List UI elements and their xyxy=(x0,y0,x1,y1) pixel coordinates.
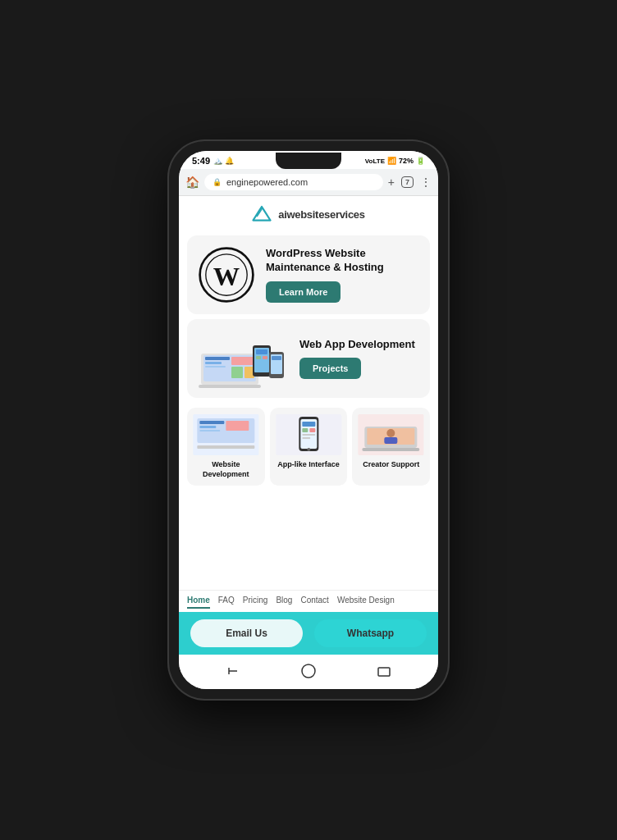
home-button[interactable]: 🏠 xyxy=(185,176,199,189)
volte-icon: VoLTE xyxy=(365,158,385,165)
wordpress-card: W WordPress Website Maintenance & Hostin… xyxy=(187,235,430,314)
svg-rect-33 xyxy=(302,428,308,432)
signal-icon: 📶 xyxy=(387,157,396,165)
svg-point-41 xyxy=(387,429,395,437)
whatsapp-button[interactable]: Whatsapp xyxy=(314,619,427,647)
svg-rect-34 xyxy=(309,428,315,432)
svg-rect-11 xyxy=(231,367,243,378)
svg-rect-13 xyxy=(199,385,261,388)
website-dev-image xyxy=(192,414,260,455)
browser-actions: + 7 ⋮ xyxy=(388,176,432,189)
webapp-title: Web App Development xyxy=(299,338,415,352)
svg-point-37 xyxy=(307,448,310,451)
logo-text: aiwebsiteservices xyxy=(278,208,364,221)
webapp-card-row: Web App Development Projects xyxy=(197,329,420,388)
battery-visual: 🔋 xyxy=(416,157,425,165)
svg-marker-0 xyxy=(254,207,271,221)
phone-frame: 5:49 🏔️ 🔔 VoLTE 📶 72% 🔋 🏠 🔒 enginepowere… xyxy=(169,141,448,699)
status-icons-left: 🏔️ 🔔 xyxy=(213,157,234,165)
svg-rect-48 xyxy=(378,668,390,676)
tab-count[interactable]: 7 xyxy=(401,176,414,188)
nav-faq[interactable]: FAQ xyxy=(218,596,235,609)
webapp-illustration xyxy=(197,329,291,388)
menu-icon[interactable]: ⋮ xyxy=(420,176,432,189)
wordpress-card-text: WordPress Website Maintenance & Hosting … xyxy=(266,247,420,303)
website-dev-title: Website Development xyxy=(192,460,260,479)
svg-rect-28 xyxy=(197,445,254,449)
phone-home-button[interactable] xyxy=(299,661,318,681)
address-bar[interactable]: 🔒 enginepowered.com xyxy=(204,174,383,190)
browser-chrome: 🏠 🔒 enginepowered.com + 7 ⋮ xyxy=(179,169,438,196)
svg-rect-10 xyxy=(231,357,254,365)
creator-support-title: Creator Support xyxy=(357,460,425,470)
svg-rect-7 xyxy=(205,357,230,360)
svg-rect-21 xyxy=(272,356,281,360)
battery-icon: 72% xyxy=(399,157,414,165)
nav-contact[interactable]: Contact xyxy=(300,596,328,609)
logo-icon xyxy=(252,204,272,224)
app-interface-title: App-like Interface xyxy=(275,460,343,470)
nav-pricing[interactable]: Pricing xyxy=(243,596,268,609)
learn-more-button[interactable]: Learn More xyxy=(266,281,340,303)
svg-rect-27 xyxy=(226,421,249,431)
status-left: 5:49 🏔️ 🔔 xyxy=(192,156,234,166)
app-interface-image xyxy=(275,414,343,455)
phone-notch xyxy=(276,153,341,169)
webapp-card: Web App Development Projects xyxy=(187,319,430,398)
svg-rect-43 xyxy=(363,448,420,451)
new-tab-icon[interactable]: + xyxy=(388,176,395,189)
svg-rect-18 xyxy=(263,356,267,359)
page-content: aiwebsiteservices W WordPress Website Ma… xyxy=(179,196,438,590)
svg-rect-9 xyxy=(205,366,226,368)
svg-rect-17 xyxy=(256,356,261,359)
svg-rect-8 xyxy=(205,362,222,364)
wordpress-card-row: W WordPress Website Maintenance & Hostin… xyxy=(197,245,420,304)
email-button[interactable]: Email Us xyxy=(190,619,303,647)
url-text: enginepowered.com xyxy=(226,177,308,187)
svg-rect-42 xyxy=(385,437,398,444)
nav-website-design[interactable]: Website Design xyxy=(337,596,395,609)
nav-bar: Home FAQ Pricing Blog Contact Website De… xyxy=(179,590,438,612)
website-dev-card: Website Development xyxy=(187,408,265,486)
lock-icon: 🔒 xyxy=(213,178,222,186)
phone-nav-bar xyxy=(179,655,438,689)
svg-text:W: W xyxy=(213,262,240,291)
status-icons-right: VoLTE 📶 72% 🔋 xyxy=(365,157,425,165)
logo-area: aiwebsiteservices xyxy=(179,196,438,231)
svg-rect-36 xyxy=(302,437,310,439)
status-time: 5:49 xyxy=(192,156,210,166)
nav-home[interactable]: Home xyxy=(187,596,210,609)
nav-blog[interactable]: Blog xyxy=(276,596,292,609)
svg-rect-16 xyxy=(256,349,267,354)
phone-back-button[interactable] xyxy=(223,661,243,681)
bottom-action-bar: Email Us Whatsapp xyxy=(179,612,438,655)
wordpress-title: WordPress Website Maintenance & Hosting xyxy=(266,247,420,275)
projects-button[interactable]: Projects xyxy=(299,358,361,379)
svg-rect-35 xyxy=(302,434,315,436)
svg-point-47 xyxy=(302,664,315,678)
svg-rect-25 xyxy=(199,426,216,428)
creator-support-image xyxy=(357,414,425,455)
svg-rect-26 xyxy=(199,430,220,431)
small-cards-section: Website Development xyxy=(179,403,438,491)
app-interface-card: App-like Interface xyxy=(270,408,348,486)
phone-screen: 5:49 🏔️ 🔔 VoLTE 📶 72% 🔋 🏠 🔒 enginepowere… xyxy=(179,151,438,689)
svg-rect-32 xyxy=(302,422,315,427)
wordpress-logo: W xyxy=(197,245,256,304)
svg-rect-24 xyxy=(199,421,224,424)
webapp-card-text: Web App Development Projects xyxy=(299,338,415,380)
phone-recent-button[interactable] xyxy=(374,661,394,681)
creator-support-card: Creator Support xyxy=(352,408,430,486)
